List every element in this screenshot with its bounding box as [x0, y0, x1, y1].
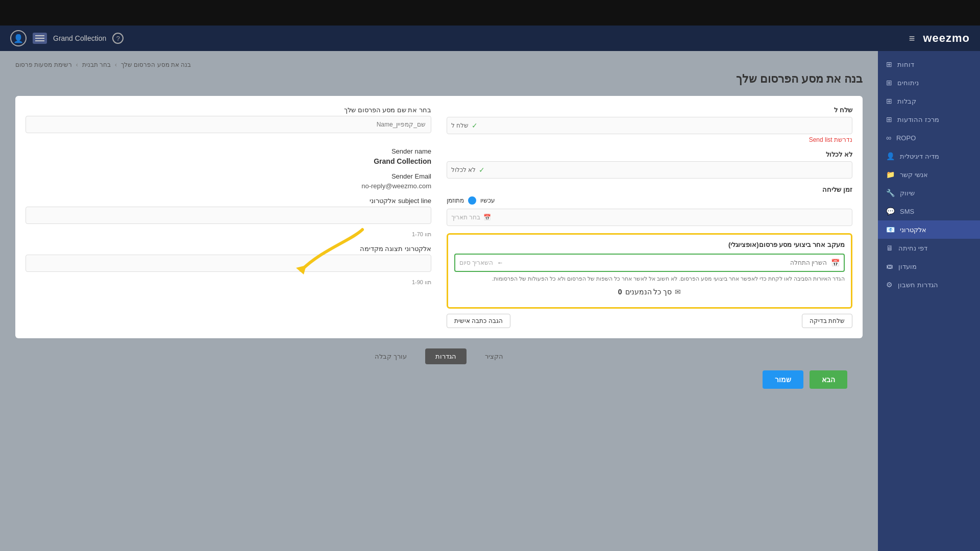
- advanced-hint: תוו 1-90: [26, 279, 431, 286]
- tracking-cal-icon: 📅: [831, 259, 840, 267]
- tab-next[interactable]: הקציר: [475, 348, 513, 364]
- exclude-group: לא לכלול ✓ לא לכלול: [447, 151, 852, 179]
- tracking-title: מעקב אחר ביצועי מסע פרסום(אופציוגלי): [454, 241, 845, 248]
- tab-settings[interactable]: הגדרות: [425, 348, 467, 364]
- sidebar-item-digital-media[interactable]: מדיה דיגיטלית 👤: [878, 147, 980, 165]
- subject-line-input[interactable]: [26, 207, 431, 224]
- ropo-icon: ∞: [886, 134, 891, 142]
- subject-line-label: subject line אלקטרוני: [26, 197, 431, 205]
- sender-name-label: Sender name: [26, 147, 431, 155]
- date-input-row[interactable]: 📅 בחר תאריך: [447, 209, 852, 226]
- layout: דוחות ⊞ ניתוחים ⊞ קבלות ⊞ מרכז ההודעות ⊞…: [0, 51, 980, 551]
- form-grid: שלח ל ✓ שלח ל נדרשת Send list לא לכלול ✓…: [26, 106, 852, 328]
- check-icon: ✓: [472, 121, 478, 130]
- tracking-hint: הגדר האיורות הסביבה לאו לקחת כדי לאפשר א…: [454, 275, 845, 283]
- sidebar-item-club[interactable]: מועדון 🎟: [878, 257, 980, 276]
- analytics-icon: ⊞: [886, 79, 892, 87]
- footer-tabs: הקציר הגדרות עורך קבלה: [15, 348, 863, 364]
- advanced-group: אלקטרוני תצוגה מקדימה תוו 1-90: [26, 245, 431, 286]
- btn-test[interactable]: שלחת בדיקה: [802, 314, 852, 328]
- breadcrumb-step2: בחר תבנית: [82, 61, 111, 68]
- weezmo-logo: weezmo: [923, 32, 970, 45]
- campaign-name-group: בחר את שם מסע הפרסום שלך: [26, 106, 431, 140]
- send-to-field[interactable]: ✓ שלח ל: [447, 117, 852, 134]
- sender-name-group: Sender name Grand Collection: [26, 147, 431, 165]
- club-icon: 🎟: [886, 262, 893, 270]
- right-panel: בחר את שם מסע הפרסום שלך Sender name Gra…: [26, 106, 431, 328]
- subject-line-group: subject line אלקטרוני תוו 1-70: [26, 197, 431, 238]
- radio-row: עכשיו מתוזמן: [447, 196, 852, 205]
- breadcrumb-step1: רשימת מסעות פרסום: [15, 61, 72, 68]
- left-panel: שלח ל ✓ שלח ל נדרשת Send list לא לכלול ✓…: [447, 106, 852, 328]
- radio-now[interactable]: [468, 196, 476, 205]
- sender-email-group: Sender Email no-reply@weezmo.com: [26, 172, 431, 190]
- advanced-input[interactable]: [26, 255, 431, 272]
- form-card: שלח ל ✓ שלח ל נדרשת Send list לא לכלול ✓…: [15, 96, 863, 338]
- sender-name-value: Grand Collection: [26, 157, 431, 165]
- campaign-name-input[interactable]: [26, 116, 431, 133]
- brand-name: Grand Collection: [53, 34, 106, 42]
- nav-icon-square[interactable]: [33, 33, 47, 44]
- send-to-group: שלח ל ✓ שלח ל נדרשת Send list: [447, 106, 852, 143]
- send-list-link[interactable]: נדרשת Send list: [447, 136, 852, 143]
- tracking-arrow: ←: [497, 259, 503, 266]
- settings-icon: ⚙: [886, 281, 893, 289]
- nav-bar: 👤 Grand Collection ? ≡ weezmo: [0, 26, 980, 51]
- advanced-label: אלקטרוני תצוגה מקדימה: [26, 245, 431, 253]
- sidebar-item-notifications[interactable]: מרכז ההודעות ⊞: [878, 110, 980, 129]
- counter-row: ✉ סך כל הנמענים 0: [454, 288, 845, 296]
- page-title: בנה את מסע הפרסום שלך: [15, 72, 863, 86]
- calendar-icon: 📅: [483, 214, 491, 221]
- action-bar: הבא שמור: [15, 364, 863, 395]
- sender-email-value: no-reply@weezmo.com: [26, 182, 431, 190]
- exclude-label: לא לכלול: [447, 151, 852, 158]
- check-icon2: ✓: [479, 166, 485, 174]
- exclude-field[interactable]: ✓ לא לכלול: [447, 161, 852, 179]
- tracking-start-input[interactable]: [507, 259, 827, 266]
- send-time-label: זמן שליחה: [822, 186, 852, 193]
- landing-icon: 🖥: [886, 244, 893, 252]
- tracking-input-row[interactable]: 📅 ← השאריך סיום: [454, 254, 845, 272]
- sidebar-item-marketing[interactable]: שיווק 🔧: [878, 184, 980, 202]
- reports-icon: ⊞: [886, 60, 892, 68]
- subject-hint: תוו 1-70: [26, 231, 431, 238]
- send-time-group: זמן שליחה עכשיו מתוזמן 📅 בחר תאריך: [447, 186, 852, 226]
- tab-preview[interactable]: עורך קבלה: [364, 348, 417, 364]
- breadcrumb: בנה את מסע הפרסום שלך › בחר תבנית › רשימ…: [15, 61, 863, 68]
- marketing-icon: 🔧: [886, 189, 895, 197]
- menu-icon[interactable]: ≡: [909, 33, 915, 44]
- send-to-label: שלח ל: [447, 106, 852, 114]
- user-avatar[interactable]: 👤: [10, 30, 27, 46]
- top-bar: [0, 0, 980, 26]
- counter-icon: ✉: [675, 288, 681, 296]
- sidebar-item-analytics[interactable]: ניתוחים ⊞: [878, 73, 980, 92]
- sidebar-item-electronic[interactable]: אלקטרוני 📧: [878, 220, 980, 239]
- electronic-icon: 📧: [886, 226, 895, 234]
- save-button[interactable]: שמור: [763, 370, 803, 389]
- sidebar-item-ropo[interactable]: ROPO ∞: [878, 129, 980, 147]
- next-button[interactable]: הבא: [810, 370, 847, 389]
- tracking-end-placeholder: השאריך סיום: [459, 259, 493, 266]
- tracking-section: מעקב אחר ביצועי מסע פרסום(אופציוגלי) 📅 ←…: [447, 233, 852, 309]
- sidebar: דוחות ⊞ ניתוחים ⊞ קבלות ⊞ מרכז ההודעות ⊞…: [878, 51, 980, 551]
- breadcrumb-current: בנה את מסע הפרסום שלך: [121, 61, 191, 68]
- main-content: בנה את מסע הפרסום שלך › בחר תבנית › רשימ…: [0, 51, 878, 551]
- sidebar-item-sms[interactable]: SMS 💬: [878, 202, 980, 220]
- sidebar-item-landing[interactable]: דפי נחיתה 🖥: [878, 239, 980, 257]
- notifications-icon: ⊞: [886, 115, 892, 123]
- sidebar-item-account-settings[interactable]: הגדרות חשבון ⚙: [878, 276, 980, 294]
- campaign-name-label: בחר את שם מסע הפרסום שלך: [26, 106, 431, 114]
- sidebar-item-recipients[interactable]: קבלות ⊞: [878, 92, 980, 110]
- nav-left: 👤 Grand Collection ?: [10, 30, 124, 46]
- zman-row: זמן שליחה: [447, 186, 852, 193]
- sms-icon: 💬: [886, 207, 895, 215]
- digital-media-icon: 👤: [886, 152, 895, 160]
- sidebar-item-contacts[interactable]: אנשי קשר 📁: [878, 165, 980, 184]
- nav-right: ≡ weezmo: [909, 32, 970, 45]
- sidebar-item-reports[interactable]: דוחות ⊞: [878, 55, 980, 73]
- card-bottom: שלחת בדיקה הגבה כתבה אישית: [447, 314, 852, 328]
- help-button[interactable]: ?: [112, 33, 124, 44]
- contacts-icon: 📁: [886, 170, 895, 179]
- btn-template[interactable]: הגבה כתבה אישית: [447, 314, 510, 328]
- recipients-icon: ⊞: [886, 97, 892, 105]
